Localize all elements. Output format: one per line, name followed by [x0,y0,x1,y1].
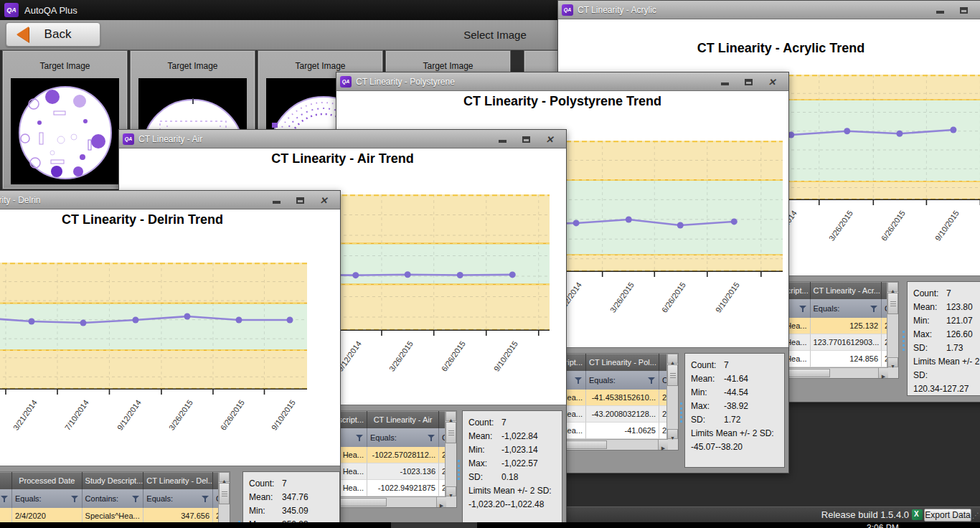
vertical-scrollbar[interactable] [887,282,898,367]
stat-label: Min: [249,504,282,518]
filter-funnel-icon[interactable] [71,495,79,503]
x-axis-label: 9/10/2015 [492,339,519,373]
filter-cell[interactable] [0,489,12,508]
stat-label: Min: [913,314,946,328]
stat-value: 121.07 [946,314,973,328]
back-button-label: Back [29,27,87,42]
stat-value: -38.92 [724,400,748,413]
stat-label: Max: [468,457,501,471]
window-ct-linearity-delrin: QA CT Linearity - Delrin CT Linearity - … [0,190,341,528]
table-cell: 123.7701612903... [811,334,882,351]
back-button[interactable]: Back [6,22,100,47]
export-data-button[interactable]: Export Data [924,509,971,522]
filter-funnel-icon[interactable] [1,495,9,503]
app-logo-icon: QA [4,3,19,17]
taskbar-item[interactable] [391,522,477,528]
window-title: CT Linearity - Acrylic [578,5,656,15]
filter-funnel-icon[interactable] [132,495,140,503]
scroll-right-icon[interactable] [436,497,446,507]
scroll-down-icon[interactable] [667,429,678,439]
results-table[interactable]: Processed DateStudy Descript...CT Linear… [0,471,230,528]
column-header[interactable]: Study Descript... [83,472,144,489]
window-titlebar[interactable]: QA CT Linearity - Air [119,130,566,148]
column-header[interactable]: CT Linearity - Air [367,411,439,428]
vertical-scrollbar[interactable] [218,472,230,528]
filter-cell[interactable]: Contains: [83,489,144,508]
stat-label: SD: [691,413,724,427]
column-header[interactable]: CT Linearity - Pol... [586,354,659,371]
filter-cell[interactable]: Equals: [367,428,439,447]
column-header[interactable]: CT Linearity - Del... [143,472,213,489]
select-image-label: Select Image [438,20,552,50]
filter-funnel-icon[interactable] [575,377,583,385]
filter-cell[interactable]: Equals: [586,371,659,390]
filter-funnel-icon[interactable] [428,434,435,442]
filter-funnel-icon[interactable] [356,434,364,442]
x-axis-label: 3/26/2015 [608,280,636,314]
scroll-right-icon[interactable] [658,440,668,450]
close-button[interactable] [542,133,557,145]
x-axis-label: 9/12/2014 [116,398,143,432]
phantom-image-1[interactable] [11,78,119,184]
stat-limits-label: Limits Mean +/- 2 SD: [468,484,556,498]
scroll-up-icon[interactable] [446,411,456,421]
vertical-scrollbar[interactable] [445,411,456,496]
scroll-down-icon[interactable] [446,486,456,496]
stat-label: SD: [468,471,501,484]
filter-cell[interactable]: Equals: [811,299,882,318]
maximize-button[interactable] [292,194,308,206]
x-axis-label: 6/26/2015 [219,398,246,432]
window-title: CT Linearity - Air [138,134,202,144]
column-header[interactable]: Processed Date [12,472,83,489]
scrollbar-thumb[interactable] [667,364,678,386]
scrollbar-thumb[interactable] [219,483,230,504]
filter-funnel-icon[interactable] [799,305,807,313]
filter-funnel-icon[interactable] [870,305,878,313]
maximize-button[interactable] [518,133,534,145]
stat-value: 7 [282,477,287,491]
x-axis-label: 3/26/2015 [827,209,854,242]
table-cell: -1022.57028112... [367,447,439,463]
stat-limits-label: Limits Mean +/- 2 SD: [913,355,980,382]
scrollbar-thumb[interactable] [887,293,898,314]
taskbar[interactable]: 3:06 PM [0,522,980,528]
scroll-up-icon[interactable] [219,472,230,482]
scroll-up-icon[interactable] [667,354,678,364]
maximize-button[interactable] [740,76,756,88]
stat-label: Mean: [913,301,946,314]
stats-box: Count:7Mean:347.76Min:345.09Max:350.23SD… [242,471,340,528]
column-header[interactable]: CT Linearity - Acr... [811,282,882,299]
minimize-button[interactable] [268,194,284,206]
window-titlebar[interactable]: QA CT Linearity - Polystyrene [336,72,788,91]
close-button[interactable] [764,76,780,88]
scroll-up-icon[interactable] [887,282,898,292]
filter-funnel-icon[interactable] [202,495,209,503]
x-axis-label: 3/26/2015 [167,398,194,432]
minimize-button[interactable] [717,76,732,88]
table-cell: -1023.136 [367,463,439,480]
filter-funnel-icon[interactable] [648,377,656,385]
stat-value: 7 [501,416,507,430]
target-image-panel-1[interactable]: Target Image [2,50,128,189]
release-build-label: Release build 1.5.4.0 [821,509,909,520]
filter-cell[interactable]: Equals: [143,489,213,508]
maximize-button[interactable] [956,4,971,16]
filter-cell[interactable]: Equals: [12,489,83,508]
close-button[interactable] [316,194,331,206]
table-cell: -41.0625 [586,423,659,439]
x-axis-label: 6/26/2015 [880,209,907,242]
table-cell: 125.132 [811,318,882,334]
stat-limits-label: Limits Mean +/- 2 SD: [691,427,778,440]
vertical-scrollbar[interactable] [666,354,678,439]
column-header[interactable] [0,472,12,489]
chart-title: CT Linearity - Polystyrene Trend [336,94,788,109]
minimize-button[interactable] [932,4,948,16]
scrollbar-thumb[interactable] [446,422,456,443]
minimize-button[interactable] [494,133,510,145]
window-titlebar[interactable]: QA CT Linearity - Acrylic [558,1,980,19]
stat-value: 7 [724,359,729,372]
window-titlebar[interactable]: QA CT Linearity - Delrin [0,191,340,209]
scroll-right-icon[interactable] [878,368,888,378]
table-cell: -1022.94921875 [367,480,439,496]
scroll-down-icon[interactable] [887,357,898,367]
